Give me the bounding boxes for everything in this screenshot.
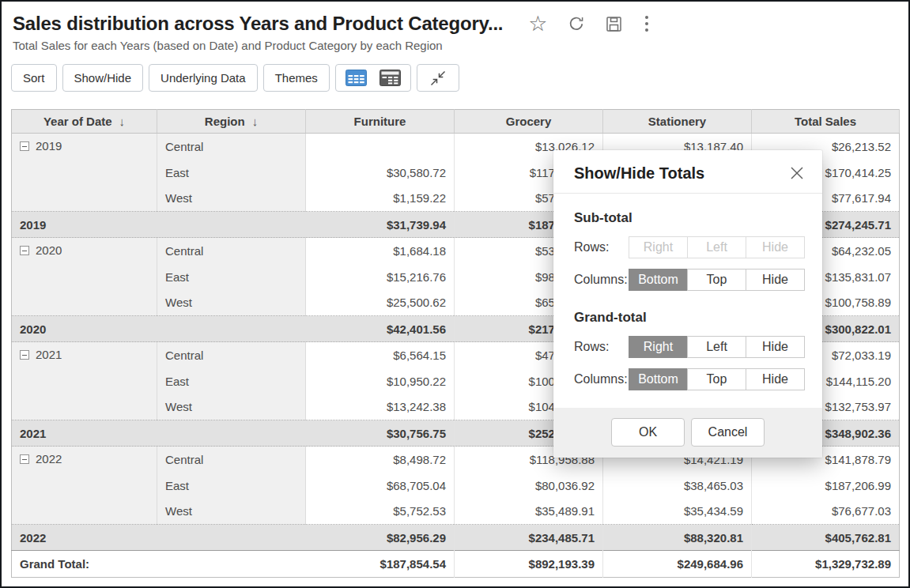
column-header-stationery[interactable]: Stationery xyxy=(603,110,752,134)
region-cell[interactable]: Central xyxy=(157,238,306,264)
subtotal-columns-bottom-toggle[interactable]: Bottom xyxy=(629,269,688,291)
region-cell[interactable]: East xyxy=(157,368,306,394)
grandtotal-rows-right-toggle[interactable]: Right xyxy=(629,336,688,358)
value-cell[interactable]: $187,206.99 xyxy=(752,473,900,499)
collapse-group-icon[interactable] xyxy=(20,141,29,151)
value-cell[interactable]: $10,950.22 xyxy=(306,368,455,394)
year-group-cell[interactable]: 2020 xyxy=(12,238,157,316)
subtotal-value-cell[interactable]: $234,485.71 xyxy=(455,525,603,551)
value-cell[interactable]: $38,465.03 xyxy=(603,473,752,499)
collapse-arrows-icon xyxy=(429,69,447,88)
grandtotal-columns-bottom-toggle[interactable]: Bottom xyxy=(629,368,688,390)
column-header-total-sales[interactable]: Total Sales xyxy=(752,110,900,134)
value-cell[interactable]: $35,434.59 xyxy=(603,499,752,525)
grandtotal-rows-hide-toggle[interactable]: Hide xyxy=(746,336,805,358)
sort-button[interactable]: Sort xyxy=(11,64,57,92)
year-group-cell[interactable]: 2019 xyxy=(12,134,157,212)
grand-total-value-cell[interactable]: $1,329,732.89 xyxy=(752,551,900,578)
subtotal-empty-cell xyxy=(157,212,306,238)
dialog-title: Show/Hide Totals xyxy=(574,164,704,183)
underlying-data-button[interactable]: Underlying Data xyxy=(149,64,258,92)
value-cell[interactable]: $80,036.92 xyxy=(455,473,603,499)
subtotal-value-cell[interactable]: $30,756.75 xyxy=(306,420,455,447)
value-cell[interactable]: $30,580.72 xyxy=(306,160,455,186)
region-cell[interactable]: East xyxy=(157,264,306,290)
close-icon[interactable] xyxy=(787,164,806,183)
subtotal-columns-hide-toggle[interactable]: Hide xyxy=(746,269,805,291)
grandtotal-rows-option: Rows: Right Left Hide xyxy=(574,336,805,358)
subtotal-rows-hide-toggle[interactable]: Hide xyxy=(746,236,805,258)
region-cell[interactable]: West xyxy=(157,290,306,316)
region-cell[interactable]: West xyxy=(157,186,306,212)
subtotal-empty-cell xyxy=(157,525,306,551)
collapse-group-icon[interactable] xyxy=(20,350,29,360)
region-cell[interactable]: Central xyxy=(157,447,306,473)
subtotal-value-cell[interactable]: $31,739.94 xyxy=(306,212,455,238)
grandtotal-columns-hide-toggle[interactable]: Hide xyxy=(746,368,805,390)
value-cell[interactable]: $25,500.62 xyxy=(306,290,455,316)
more-options-kebab-icon[interactable] xyxy=(642,14,651,33)
year-group-cell[interactable]: 2022 xyxy=(12,447,157,525)
value-cell[interactable]: $1,684.18 xyxy=(306,238,455,264)
grandtotal-section-title: Grand-total xyxy=(574,310,805,326)
subtotal-value-cell[interactable]: $405,762.81 xyxy=(752,525,900,551)
column-header-region[interactable]: Region↓ xyxy=(157,110,306,134)
grandtotal-columns-top-toggle[interactable]: Top xyxy=(687,368,746,390)
region-cell[interactable]: Central xyxy=(157,134,306,160)
value-cell[interactable] xyxy=(306,134,455,160)
subtotal-value-cell[interactable]: $88,320.81 xyxy=(603,525,752,551)
save-icon[interactable] xyxy=(605,15,623,33)
value-cell[interactable]: $13,242.38 xyxy=(306,394,455,420)
collapse-group-icon[interactable] xyxy=(20,454,29,464)
subtotal-empty-cell xyxy=(157,316,306,342)
table-view-icon[interactable] xyxy=(345,70,367,86)
subtotal-columns-top-toggle[interactable]: Top xyxy=(687,269,746,291)
view-switch-group xyxy=(335,64,411,92)
region-cell[interactable]: Central xyxy=(157,342,306,368)
favorite-star-icon[interactable]: ☆ xyxy=(528,13,547,35)
region-cell[interactable]: West xyxy=(157,499,306,525)
sort-desc-icon[interactable]: ↓ xyxy=(252,115,259,128)
grandtotal-rows-left-toggle[interactable]: Left xyxy=(687,336,746,358)
collapse-group-icon[interactable] xyxy=(20,246,29,255)
subtotal-value-cell[interactable]: $82,956.29 xyxy=(306,525,455,551)
report-page: Sales distribution across Years and Prod… xyxy=(0,0,910,588)
grand-total-value-cell[interactable]: $187,854.54 xyxy=(306,551,455,578)
collapse-view-button[interactable] xyxy=(417,64,459,92)
toolbar: Sort Show/Hide Underlying Data Themes xyxy=(11,64,910,92)
pivot-view-icon[interactable] xyxy=(379,70,401,86)
year-group-cell[interactable]: 2021 xyxy=(12,342,157,420)
grand-total-value-cell[interactable]: $249,684.96 xyxy=(603,551,752,578)
grand-total-value-cell[interactable]: $892,193.39 xyxy=(455,551,603,578)
ok-button[interactable]: OK xyxy=(611,418,685,447)
value-cell[interactable]: $1,159.22 xyxy=(306,186,455,212)
value-cell[interactable]: $35,489.91 xyxy=(455,499,603,525)
show-hide-totals-dialog: Show/Hide Totals Sub-total Rows: Right L… xyxy=(553,150,822,458)
region-cell[interactable]: East xyxy=(157,473,306,499)
subtotal-label-cell: 2019 xyxy=(12,212,157,238)
subtotal-label-cell: 2022 xyxy=(12,525,157,551)
refresh-icon[interactable] xyxy=(567,14,586,33)
value-cell[interactable]: $6,564.15 xyxy=(306,342,455,368)
subtotal-rows-right-toggle[interactable]: Right xyxy=(629,236,688,258)
themes-button[interactable]: Themes xyxy=(263,64,330,92)
show-hide-button[interactable]: Show/Hide xyxy=(62,64,144,92)
value-cell[interactable]: $8,498.72 xyxy=(306,447,455,473)
subtotal-rows-left-toggle[interactable]: Left xyxy=(687,236,746,258)
value-cell[interactable]: $76,677.03 xyxy=(752,499,900,525)
sort-desc-icon[interactable]: ↓ xyxy=(119,115,126,128)
value-cell[interactable]: $15,216.76 xyxy=(306,264,455,290)
subtotal-value-cell[interactable]: $42,401.56 xyxy=(306,316,455,342)
region-cell[interactable]: East xyxy=(157,160,306,186)
column-header-year[interactable]: Year of Date↓ xyxy=(12,110,157,134)
dialog-footer: OK Cancel xyxy=(553,408,822,458)
region-cell[interactable]: West xyxy=(157,394,306,420)
column-header-grocery[interactable]: Grocery xyxy=(455,110,603,134)
value-cell[interactable]: $5,752.53 xyxy=(306,499,455,525)
value-cell[interactable]: $68,705.04 xyxy=(306,473,455,499)
cancel-button[interactable]: Cancel xyxy=(691,418,765,447)
rows-label: Rows: xyxy=(574,340,629,354)
subtotal-label-cell: 2020 xyxy=(12,316,157,342)
columns-label: Columns: xyxy=(574,372,629,386)
column-header-furniture[interactable]: Furniture xyxy=(306,110,455,134)
